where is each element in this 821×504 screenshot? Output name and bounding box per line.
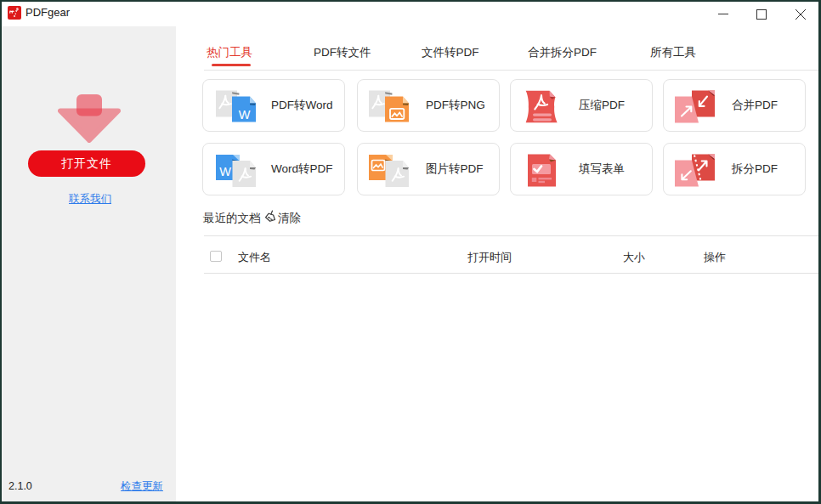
svg-text:W: W <box>239 108 251 122</box>
svg-text:W: W <box>219 165 231 178</box>
